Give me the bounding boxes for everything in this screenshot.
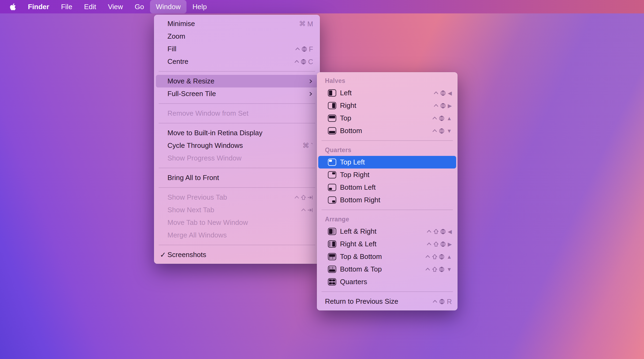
section-header-arrange: Arrange [318,213,456,225]
control-icon [294,59,300,65]
shortcut: F [295,46,313,53]
shift-icon [432,254,438,260]
shortcut: C [294,58,313,65]
submenu-item-bottom[interactable]: Bottom ▼ [318,124,456,137]
menu-item-show-next-tab: Show Next Tab [156,204,318,216]
control-icon [301,207,306,213]
shortcut: ◀ [433,90,452,96]
submenu-item-quarters[interactable]: Quarters [318,276,456,288]
shift-icon [433,241,439,247]
globe-icon [439,115,445,121]
submenu-item-top-left[interactable]: Top Left [318,156,456,168]
apple-logo-icon [10,3,16,11]
split-left-right-icon [328,228,336,235]
menu-item-label: Show Next Tab [167,206,214,214]
submenu-item-return-to-previous-size[interactable]: Return to Previous Size R [318,295,456,308]
left-arrow-key: ◀ [448,229,452,234]
split-top-bottom-icon [328,253,336,260]
right-arrow-key: ▶ [448,103,452,108]
submenu-item-top-right[interactable]: Top Right [318,168,456,181]
separator [159,103,315,104]
menu-item-move-and-resize[interactable]: Move & Resize [156,75,318,87]
globe-icon [440,90,446,96]
shift-icon [432,266,438,272]
submenu-item-top-and-bottom[interactable]: Top & Bottom ▲ [318,250,456,263]
shortcut: ▲ [425,254,452,260]
move-resize-submenu: Halves Left ◀ Right ▶ Top [317,72,458,310]
tab-icon [307,207,313,213]
menu-item-label: Move & Resize [167,77,214,85]
shift-icon [433,229,439,235]
menu-item-label: Screenshots [167,251,206,259]
apple-menu[interactable] [4,0,22,13]
menu-item-label: Full-Screen Tile [167,90,216,98]
separator [321,291,453,292]
menu-item-fill[interactable]: Fill F [156,43,318,55]
menu-item-cycle-through-windows[interactable]: Cycle Through Windows ⌘ ` [156,139,318,152]
menu-item-label: Show Previous Tab [167,193,227,202]
menu-item-bring-all-to-front[interactable]: Bring All to Front [156,171,318,184]
menu-item-minimise[interactable]: Minimise ⌘ M [156,17,318,30]
submenu-item-left-and-right[interactable]: Left & Right ◀ [318,225,456,238]
control-icon [426,229,432,235]
separator [321,210,453,210]
globe-icon [440,229,446,235]
menu-item-label: Bring All to Front [167,174,219,182]
window-menu: Minimise ⌘ M Zoom Fill F Centre C [154,15,320,264]
shortcut [301,207,313,213]
command-icon: ⌘ [302,142,309,149]
menu-item-screenshots[interactable]: ✓ Screenshots [156,248,318,261]
control-icon [433,103,439,109]
submenu-item-right-and-left[interactable]: Right & Left ▶ [318,238,456,250]
submenu-indicator [308,91,313,96]
control-icon [426,241,432,247]
menu-item-label: Fill [167,45,176,53]
menubar-item-view[interactable]: View [102,0,129,13]
menubar-item-help[interactable]: Help [186,0,213,13]
menu-item-full-screen-tile[interactable]: Full-Screen Tile [156,87,318,100]
left-arrow-key: ◀ [448,90,452,96]
globe-icon [440,241,446,247]
separator [159,187,315,188]
control-icon [432,299,438,305]
submenu-item-bottom-left[interactable]: Bottom Left [318,181,456,194]
section-header-quarters: Quarters [318,144,456,156]
globe-icon [440,103,446,109]
tab-icon [307,195,313,200]
shortcut: ▶ [426,241,452,247]
menu-bar: Finder File Edit View Go Window Help [0,0,644,13]
menu-item-zoom[interactable]: Zoom [156,30,318,43]
menu-item-centre[interactable]: Centre C [156,55,318,68]
submenu-item-right[interactable]: Right ▶ [318,99,456,112]
shortcut [294,195,313,200]
submenu-chevron-icon [308,79,313,84]
menu-item-label: Merge All Windows [167,231,227,239]
separator [159,245,315,245]
menu-item-merge-all-windows: Merge All Windows [156,229,318,241]
menubar-item-file[interactable]: File [55,0,78,13]
submenu-item-bottom-right[interactable]: Bottom Right [318,194,456,206]
submenu-indicator [308,79,313,84]
separator [159,71,315,72]
checkmark-icon: ✓ [160,251,166,259]
menu-item-label: Show Progress Window [167,154,241,162]
down-arrow-key: ▼ [447,267,452,272]
right-arrow-key: ▶ [448,241,452,247]
menubar-item-edit[interactable]: Edit [78,0,102,13]
control-icon [295,46,301,52]
menubar-item-go[interactable]: Go [129,0,150,13]
submenu-item-left[interactable]: Left ◀ [318,87,456,99]
submenu-item-bottom-and-top[interactable]: Bottom & Top ▼ [318,263,456,276]
shortcut: ⌘ M [299,20,313,27]
menubar-item-finder[interactable]: Finder [22,0,55,13]
shift-icon [301,195,306,200]
submenu-chevron-icon [308,91,313,96]
menubar-item-window[interactable]: Window [150,0,186,13]
control-icon [425,254,431,260]
submenu-item-top[interactable]: Top ▲ [318,112,456,124]
half-bottom-icon [328,127,336,134]
control-icon [433,90,439,96]
up-arrow-key: ▲ [447,254,452,259]
menu-item-show-previous-tab: Show Previous Tab [156,191,318,204]
menu-item-move-to-built-in-retina-display[interactable]: Move to Built-in Retina Display [156,127,318,139]
